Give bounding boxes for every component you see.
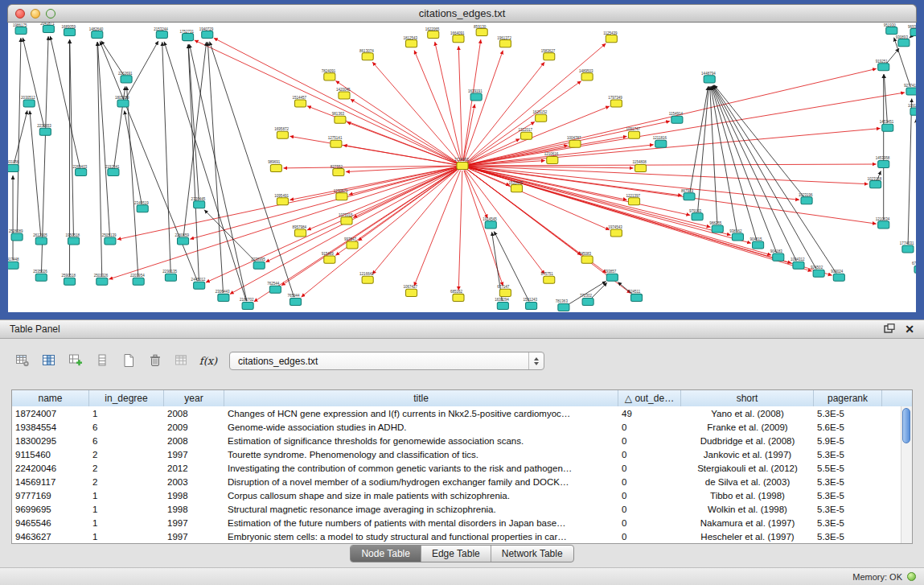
network-node[interactable]: 1211816 — [653, 136, 667, 147]
minimize-window-button[interactable] — [31, 9, 40, 19]
network-node[interactable]: 1914545 — [483, 217, 497, 229]
network-node[interactable]: 924511 — [628, 290, 642, 301]
network-node[interactable]: 2203954 — [130, 274, 145, 285]
network-node[interactable]: 1805059 — [115, 96, 129, 107]
network-node[interactable]: 2260659 — [175, 233, 189, 245]
network-node[interactable]: 938162 — [729, 229, 743, 241]
network-node[interactable]: 2417448 — [8, 257, 19, 269]
column-header-year[interactable]: year — [164, 390, 224, 406]
network-node[interactable]: 1695872 — [274, 127, 289, 138]
close-window-button[interactable] — [15, 9, 25, 19]
column-header-pagerank[interactable]: pagerank — [814, 390, 882, 406]
network-node[interactable]: 1216642 — [359, 272, 374, 283]
network-node[interactable]: 951930 — [884, 23, 897, 35]
table-row[interactable]: 1872400712008Changes of HCN gene express… — [12, 406, 901, 420]
network-node[interactable]: 1420045 — [336, 88, 351, 99]
network-node[interactable]: 677147 — [497, 285, 511, 296]
network-node[interactable]: 1210616 — [544, 152, 559, 163]
network-node[interactable]: 1774031 — [900, 241, 914, 253]
network-node[interactable]: 919251 — [876, 60, 889, 71]
network-node[interactable]: 1073315 — [339, 213, 353, 225]
network-node[interactable]: 979193 — [689, 209, 703, 220]
float-panel-icon[interactable] — [884, 323, 895, 336]
table-row[interactable]: 1938455462009Genome-wide association stu… — [12, 420, 901, 434]
network-node[interactable]: 1940729 — [199, 27, 214, 39]
network-node[interactable]: 997847 — [344, 237, 358, 249]
network-node[interactable]: 1448794 — [701, 72, 716, 83]
tab-network-table[interactable]: Network Table — [491, 546, 573, 562]
table-row[interactable]: 911546021997Tourette syndrome. Phenomeno… — [12, 447, 901, 461]
network-canvas[interactable]: 1724093115480812213971974543745083875751… — [8, 23, 916, 312]
network-node[interactable]: 1453451 — [880, 120, 894, 131]
network-node[interactable]: 685162 — [450, 290, 464, 301]
combo-arrows-icon[interactable] — [528, 352, 544, 369]
network-node[interactable]: 1974543 — [608, 225, 622, 237]
network-node[interactable]: 1931056 — [8, 160, 19, 171]
network-node[interactable]: 2290135 — [162, 270, 177, 281]
table-row[interactable]: 946554611997Estimation of the future num… — [12, 516, 901, 529]
network-node[interactable]: 1752731 — [180, 30, 195, 41]
network-node[interactable]: 1797349 — [608, 96, 622, 107]
table-mode-icon[interactable] — [13, 351, 32, 370]
table-row[interactable]: 1456911722003Disruption of a novel membe… — [12, 475, 901, 488]
network-node[interactable]: 924502 — [811, 266, 824, 277]
network-node[interactable]: 1154808 — [633, 160, 647, 171]
network-node[interactable]: 1125439 — [603, 31, 618, 43]
network-node[interactable]: 1023158 — [868, 177, 882, 188]
network-node[interactable]: 2612905 — [33, 233, 47, 245]
network-node[interactable]: 2153244 — [154, 27, 168, 39]
network-node[interactable]: 1583627 — [541, 49, 556, 60]
network-node[interactable]: 1812543 — [403, 36, 417, 47]
network-node[interactable]: 2330445 — [191, 197, 206, 208]
network-node[interactable]: 915469 — [322, 252, 335, 263]
network-node[interactable]: 8957984 — [293, 225, 307, 237]
network-node[interactable]: 1514457 — [293, 96, 307, 107]
network-node[interactable]: 875751 — [541, 272, 555, 283]
table-row[interactable]: 977716911998Corpus callosum shape and si… — [12, 488, 901, 502]
network-node[interactable]: 927741 — [904, 84, 916, 95]
network-node[interactable]: 1626152 — [533, 110, 548, 122]
network-node[interactable]: 1482640 — [89, 27, 104, 39]
network-node[interactable]: 1091243 — [908, 104, 916, 115]
network-node[interactable]: 1004312 — [791, 257, 805, 269]
tab-edge-table[interactable]: Edge Table — [421, 546, 491, 562]
network-node[interactable]: 7824091 — [322, 69, 336, 80]
show-columns-icon[interactable] — [39, 351, 59, 370]
network-node[interactable]: 1961372 — [497, 36, 511, 47]
network-node[interactable]: 1154914 — [669, 112, 684, 123]
network-node[interactable]: 1095491 — [274, 194, 289, 205]
network-node[interactable]: 8613074 — [359, 49, 374, 60]
network-node[interactable]: 1221397 — [626, 194, 640, 205]
network-node[interactable]: 2262691 — [118, 72, 133, 83]
new-document-icon[interactable] — [119, 351, 138, 370]
network-node[interactable]: 989691 — [268, 160, 281, 171]
network-node[interactable]: 1322017 — [518, 128, 532, 139]
delete-icon[interactable] — [146, 351, 165, 370]
network-node[interactable]: 781363 — [556, 299, 569, 311]
network-node[interactable]: 2192541 — [105, 165, 120, 176]
network-node[interactable]: 1230671 — [334, 189, 348, 200]
zoom-window-button[interactable] — [46, 9, 55, 19]
network-node[interactable]: 1689059 — [61, 25, 76, 36]
network-node[interactable]: 765944 — [287, 294, 301, 305]
column-header-name[interactable]: name — [12, 390, 89, 406]
table-row[interactable]: 2242004622012Investigating the contribut… — [12, 461, 901, 475]
network-node[interactable]: 988255 — [709, 221, 723, 233]
network-node[interactable]: 1581243 — [524, 298, 538, 309]
network-node[interactable]: 762544 — [267, 282, 281, 293]
scrollbar-thumb[interactable] — [902, 408, 910, 443]
network-node[interactable]: 1622065 — [425, 27, 440, 39]
network-node[interactable]: 2501326 — [94, 274, 109, 285]
network-node[interactable]: 2030512 — [21, 96, 35, 107]
network-node[interactable]: 1067427 — [403, 285, 417, 296]
network-node[interactable]: 772302 — [580, 294, 593, 305]
network-node[interactable]: 2505139 — [102, 233, 117, 245]
network-node[interactable]: 2526089 — [9, 229, 23, 241]
network-node[interactable]: 969325 — [908, 25, 916, 36]
network-node[interactable]: 2043871 — [40, 23, 55, 33]
network-node[interactable]: 1724093 — [454, 158, 469, 169]
network-node[interactable]: 904183 — [770, 249, 784, 261]
network-node[interactable]: 867919 — [681, 189, 695, 200]
network-node[interactable]: 2349519 — [134, 201, 149, 212]
network-node[interactable]: 2445012 — [191, 278, 206, 289]
